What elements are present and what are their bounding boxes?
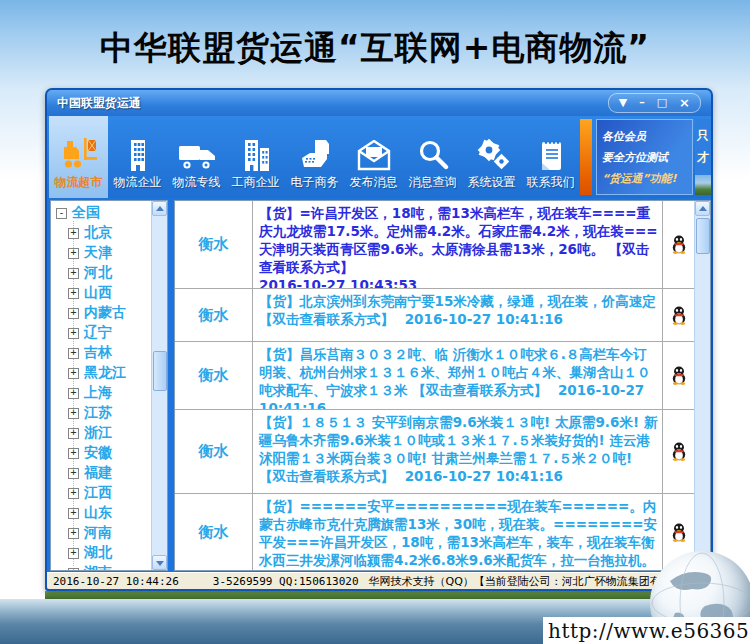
- forklift-icon: [60, 127, 98, 171]
- vertical-ticker: 只 才: [695, 119, 711, 195]
- close-icon[interactable]: ×: [679, 95, 690, 111]
- toolbar-label: 物流企业: [114, 174, 162, 191]
- message-origin: 衡水: [175, 201, 253, 288]
- tree-item-province[interactable]: +浙江: [51, 423, 152, 443]
- expand-plus-icon[interactable]: +: [68, 508, 79, 519]
- toolbar-label: 物流专线: [173, 174, 221, 191]
- table-row[interactable]: 衡水 【货】北京滨州到东莞南宁要15米冷藏，绿通，现在装，价高速定 【双击查看联…: [175, 289, 695, 342]
- expand-plus-icon[interactable]: +: [68, 308, 79, 319]
- tree-item-province[interactable]: +内蒙古: [51, 303, 152, 323]
- scroll-up-icon[interactable]: [695, 201, 710, 216]
- qq-contact-cell[interactable]: [663, 342, 695, 409]
- message-text: 【货】=许昌开发区，18吨，需13米高栏车，现在装车====重庆九龙坡需17.5…: [259, 205, 658, 275]
- table-row[interactable]: 衡水 【货】=许昌开发区，18吨，需13米高栏车，现在装车====重庆九龙坡需1…: [175, 201, 695, 289]
- toolbar-item-logistics-supermarket[interactable]: 物流超市: [49, 116, 108, 198]
- message-list: 衡水 【货】=许昌开发区，18吨，需13米高栏车，现在装车====重庆九龙坡需1…: [175, 201, 695, 570]
- promo-banner: 各位会员 要全方位测试 “货运通”功能!: [596, 119, 693, 195]
- message-time: 2016-10-27 10:41:16: [405, 311, 563, 327]
- collapse-minus-icon[interactable]: -: [56, 208, 67, 219]
- tree-item-province[interactable]: +山西: [51, 283, 152, 303]
- skin-menu-icon[interactable]: ▼: [619, 95, 627, 111]
- expand-plus-icon[interactable]: +: [68, 248, 79, 259]
- qq-penguin-icon: [671, 235, 687, 254]
- tree-item-province[interactable]: +北京: [51, 223, 152, 243]
- building-icon: [123, 127, 153, 171]
- tree-scroll-thumb[interactable]: [153, 351, 167, 391]
- tree-item-province[interactable]: +辽宁: [51, 323, 152, 343]
- toolbar-item-message-query[interactable]: 消息查询: [403, 116, 462, 198]
- tree-item-province[interactable]: +江西: [51, 483, 152, 503]
- status-time: 2016-10-27 10:44:26: [53, 575, 179, 588]
- expand-plus-icon[interactable]: +: [68, 388, 79, 399]
- scroll-up-icon[interactable]: [152, 201, 167, 216]
- truck-icon: [177, 127, 217, 171]
- tree-label: 全国: [72, 204, 100, 222]
- expand-plus-icon[interactable]: +: [68, 368, 79, 379]
- tree-label: 辽宁: [84, 324, 112, 342]
- toolbar-item-commerce-company[interactable]: 工商企业: [226, 116, 285, 198]
- expand-plus-icon[interactable]: +: [68, 528, 79, 539]
- maximize-icon[interactable]: □: [657, 95, 667, 111]
- table-scroll-thumb[interactable]: [696, 218, 710, 254]
- message-cell[interactable]: 【货】=许昌开发区，18吨，需13米高栏车，现在装车====重庆九龙坡需17.5…: [253, 201, 663, 288]
- expand-plus-icon[interactable]: +: [68, 428, 79, 439]
- tree-item-province[interactable]: +江苏: [51, 403, 152, 423]
- expand-plus-icon[interactable]: +: [68, 288, 79, 299]
- tree-label: 山西: [84, 284, 112, 302]
- table-row[interactable]: 衡水 【货】昌乐莒南３０３２吨、临 沂衡水１０吨求６.８高栏车今订明装、杭州台州…: [175, 342, 695, 410]
- table-row[interactable]: 衡水 【货】１８５１３ 安平到南京需9.6米装１３吨! 太原需9.6米! 新疆乌…: [175, 410, 695, 494]
- qq-contact-cell[interactable]: [663, 201, 695, 288]
- expand-plus-icon[interactable]: +: [68, 408, 79, 419]
- promo-orange-strip: [580, 119, 592, 195]
- tree-item-province[interactable]: +福建: [51, 463, 152, 483]
- toolbar-item-publish-message[interactable]: 发布消息: [344, 116, 403, 198]
- tree-item-province[interactable]: +湖南: [51, 563, 152, 570]
- expand-plus-icon[interactable]: +: [68, 448, 79, 459]
- toolbar-item-contact-us[interactable]: 联系我们: [521, 116, 580, 198]
- notepad-icon: [536, 127, 566, 171]
- tree-item-province[interactable]: +安徽: [51, 443, 152, 463]
- expand-plus-icon[interactable]: +: [68, 328, 79, 339]
- table-scrollbar[interactable]: [694, 201, 710, 570]
- tree-item-province[interactable]: +山东: [51, 503, 152, 523]
- tree-label: 湖北: [84, 544, 112, 562]
- promo-line: 要全方位测试: [602, 147, 692, 168]
- tree-label: 上海: [84, 384, 112, 402]
- expand-plus-icon[interactable]: +: [68, 548, 79, 559]
- tree-scrollbar[interactable]: [151, 201, 167, 570]
- tree-item-province[interactable]: +上海: [51, 383, 152, 403]
- table-row[interactable]: 衡水 【货】======安平==========现在装车======。内蒙古赤峰…: [175, 494, 695, 571]
- message-cell[interactable]: 【货】======安平==========现在装车======。内蒙古赤峰市克什…: [253, 494, 663, 570]
- scroll-down-icon[interactable]: [152, 555, 167, 570]
- site-url-box: http://www.e56365.com: [543, 617, 750, 644]
- expand-plus-icon[interactable]: +: [68, 228, 79, 239]
- toolbar-item-system-settings[interactable]: 系统设置: [462, 116, 521, 198]
- tree-item-province[interactable]: +湖北: [51, 543, 152, 563]
- tree-item-province[interactable]: +天津: [51, 243, 152, 263]
- qq-contact-cell[interactable]: [663, 410, 695, 493]
- tree-item-province[interactable]: +河北: [51, 263, 152, 283]
- region-tree-panel: -全国 +北京 +天津 +河北 +山西 +内蒙古 +辽宁 +吉林 +黑龙江 +上…: [50, 200, 168, 571]
- toolbar-item-logistics-company[interactable]: 物流企业: [108, 116, 167, 198]
- toolbar-item-ecommerce[interactable]: 电子商务: [285, 116, 344, 198]
- expand-plus-icon[interactable]: +: [68, 468, 79, 479]
- expand-plus-icon[interactable]: +: [68, 568, 79, 571]
- tree-label: 浙江: [84, 424, 112, 442]
- ticker-char: 只: [697, 129, 709, 141]
- expand-plus-icon[interactable]: +: [68, 268, 79, 279]
- message-cell[interactable]: 【货】北京滨州到东莞南宁要15米冷藏，绿通，现在装，价高速定 【双击查看联系方式…: [253, 289, 663, 341]
- tree-item-province[interactable]: +黑龙江: [51, 363, 152, 383]
- tree-label: 河北: [84, 264, 112, 282]
- message-cell[interactable]: 【货】１８５１３ 安平到南京需9.6米装１３吨! 太原需9.6米! 新疆乌鲁木齐…: [253, 410, 663, 493]
- toolbar-item-logistics-line[interactable]: 物流专线: [167, 116, 226, 198]
- expand-plus-icon[interactable]: +: [68, 348, 79, 359]
- message-cell[interactable]: 【货】昌乐莒南３０３２吨、临 沂衡水１０吨求６.８高栏车今订明装、杭州台州求１３…: [253, 342, 663, 409]
- tree-item-province[interactable]: +河南: [51, 523, 152, 543]
- tree-item-province[interactable]: +吉林: [51, 343, 152, 363]
- tree-label: 河南: [84, 524, 112, 542]
- ecommerce-icon: [298, 127, 332, 171]
- expand-plus-icon[interactable]: +: [68, 488, 79, 499]
- tree-item-national[interactable]: -全国: [51, 203, 152, 223]
- qq-contact-cell[interactable]: [663, 289, 695, 341]
- minimize-icon[interactable]: –: [639, 95, 645, 111]
